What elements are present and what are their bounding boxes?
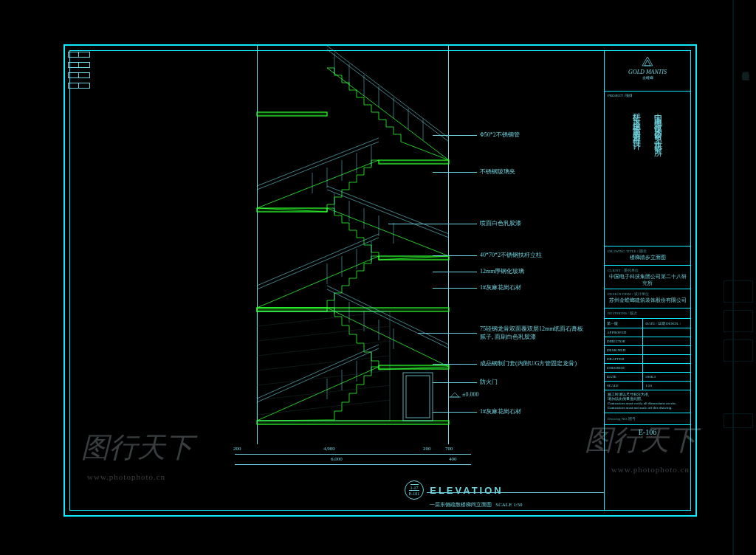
annot-5: 12mm厚钢化玻璃 [480,267,524,275]
director-row: DIRECTOR [605,337,690,346]
drawing-no-val: E-106 [605,425,690,439]
elev-subtitle: 一层东侧疏散楼梯间立面图 SCALE 1:50 [430,501,604,509]
svg-rect-7 [257,421,449,424]
date-row: DATE2006.3 [605,373,690,382]
checked-row: CHECKED [605,364,690,373]
svg-line-46 [257,385,390,400]
svg-line-42 [257,326,390,341]
logo-block: GOLD MANTIS 金螳螂 [605,51,690,92]
project-title-1: 科研大楼主楼室内装饰工程设计 [631,106,642,137]
svg-rect-6 [257,308,449,311]
client-row: CLIENT / 委托单位 中国电子科技集团公司第二十八研究所 [605,266,690,289]
logo-icon [636,55,659,67]
dimensions: 200 4,900 200 700 6,000 400 [235,454,471,475]
svg-line-41 [257,311,390,326]
project-title-block: 科研大楼主楼室内装饰工程设计 中国电子科技集团公司第二十八研究所 [605,99,690,247]
project-title-2: 中国电子科技集团公司第二十八研究所 [653,106,664,144]
approved-row: APPROVED [605,328,690,337]
annot-9: 防火门 [480,378,498,386]
annot-6: 1#灰麻花岗石材 [480,283,521,292]
title-block: GOLD MANTIS 金螳螂 PROJECT /项目 科研大楼主楼室内装饰工程… [604,51,690,510]
designed-row: DESIGNED [605,346,690,355]
drafted-row: DRAFTED [605,355,690,364]
ghost-background: 科研大楼主楼室内装饰工程设计 [712,0,756,555]
elevation-tag: 1-17 E-101 ELEVATION 一层东侧疏散楼梯间立面图 SCALE … [405,480,604,493]
firm-row: DESIGN FIRM / 设计单位 苏州金螳螂建筑装饰股份有限公司 [605,289,690,308]
annot-1: Φ50*2不锈钢管 [480,131,520,139]
scale-row: SCALE1:50 [605,382,690,390]
revisions-header: REVISIONS / 版次 [605,308,690,319]
annot-2: 不锈钢玻璃夹 [480,168,515,176]
annot-4: 40*70*2不锈钢扶杆立柱 [480,251,542,259]
svg-rect-39 [406,376,430,418]
project-label: PROJECT /项目 [605,92,690,99]
svg-line-44 [257,356,390,370]
elev-circle: 1-17 E-101 [405,480,424,500]
annot-3: 喷面白色乳胶漆 [480,219,521,227]
drawing-no-row: Drawing NO. 图号 [605,413,690,424]
logo-sub: 金螳螂 [605,75,690,80]
svg-rect-1 [379,160,449,164]
annot-8: 成品钢制门套(内附U/G方管固定龙骨) [480,359,577,368]
drawing-frame: GOLD MANTIS 金螳螂 PROJECT /项目 科研大楼主楼室内装饰工程… [63,44,697,517]
level-marker: ±0.000 [449,391,478,399]
note-row: 施工时请以尺寸标注为准, 请勿以比例量度此图。 Contractors must… [605,390,690,413]
svg-rect-38 [403,373,433,421]
left-ticks [68,52,90,93]
annot-7: 75轻钢龙骨双面覆双层12mm纸面石膏板 腻子, 面刷白色乳胶漆 [480,325,583,341]
rev-row: 第一版 DATE / 日期 DESCR. / [605,319,690,328]
svg-rect-40 [257,311,390,421]
drawing-title-row: DRAWING TITLE / 图名 楼梯踏步立面图 [605,247,690,266]
svg-line-47 [257,400,390,415]
svg-rect-0 [257,112,327,116]
stair-svg [257,46,449,459]
annot-10: 1#灰麻花岗石材 [480,407,521,416]
logo-brand: GOLD MANTIS [605,69,690,75]
elev-title: ELEVATION [430,485,503,496]
stair-section [257,46,449,459]
